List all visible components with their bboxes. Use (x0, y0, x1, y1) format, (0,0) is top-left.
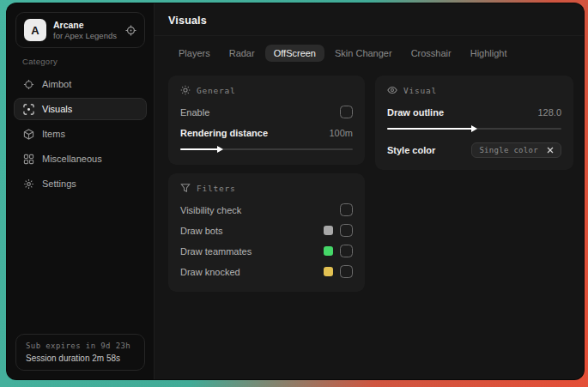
draw-knocked-row: Draw knocked (180, 263, 353, 281)
enable-row: Enable (180, 103, 353, 121)
cube-icon (23, 129, 34, 140)
slider-thumb[interactable] (471, 125, 477, 132)
visibility-check-row: Visibility check (180, 201, 353, 219)
visibility-check-label: Visibility check (180, 205, 241, 215)
tab-offscreen[interactable]: OffScreen (265, 45, 324, 62)
gear-icon (23, 178, 34, 190)
draw-bots-checkbox[interactable] (340, 224, 353, 237)
style-color-label: Style color (387, 145, 435, 155)
style-color-value: Single color (479, 146, 538, 154)
draw-teammates-label: Draw teammates (180, 246, 252, 257)
sun-icon (180, 85, 191, 95)
draw-outline-value: 128.0 (537, 107, 561, 118)
sidebar-item-label: Visuals (42, 104, 72, 114)
draw-bots-label: Draw bots (180, 226, 223, 236)
funnel-icon (180, 183, 191, 193)
slider-thumb[interactable] (217, 146, 223, 153)
draw-knocked-checkbox[interactable] (340, 265, 353, 278)
sidebar: A Arcane for Apex Legends Category (7, 3, 155, 379)
tab-skin-changer[interactable]: Skin Changer (326, 45, 401, 62)
sub-expires-text: Sub expires in 9d 23h (26, 342, 135, 350)
content: General Enable Rendering distance 100m (155, 63, 585, 292)
tab-radar[interactable]: Radar (221, 45, 264, 62)
style-color-row: Style color Single color (387, 141, 561, 159)
category-label: Category (22, 57, 154, 66)
rendering-distance-slider[interactable] (180, 145, 353, 154)
app-name: Arcane (53, 20, 118, 31)
rendering-distance-label: Rendering distance (180, 128, 268, 138)
draw-outline-label: Draw outline (387, 107, 444, 118)
main-area: Visuals Players Radar OffScreen Skin Cha… (155, 3, 585, 379)
brand-text: Arcane for Apex Legends (53, 20, 118, 41)
panel-visual: Visual Draw outline 128.0 Style color (375, 76, 573, 170)
sidebar-item-label: Settings (42, 178, 76, 189)
main-header: Visuals (155, 3, 585, 36)
brand-card: A Arcane for Apex Legends (15, 12, 145, 48)
sidebar-item-settings[interactable]: Settings (14, 172, 147, 195)
app-logo: A (24, 19, 46, 41)
tab-bar: Players Radar OffScreen Skin Changer Cro… (168, 43, 572, 63)
draw-teammates-checkbox[interactable] (340, 245, 353, 257)
enable-label: Enable (180, 107, 209, 118)
tab-players[interactable]: Players (170, 45, 219, 62)
tab-crosshair[interactable]: Crosshair (403, 45, 460, 62)
draw-outline-row: Draw outline 128.0 (387, 103, 561, 121)
panel-title: Visual (403, 86, 437, 95)
panel-filters: Filters Visibility check Draw bots (168, 173, 365, 292)
enable-checkbox[interactable] (340, 106, 353, 118)
focus-icon (23, 104, 34, 115)
sidebar-item-aimbot[interactable]: Aimbot (14, 73, 147, 95)
draw-knocked-label: Draw knocked (180, 267, 240, 277)
panel-general: General Enable Rendering distance 100m (168, 76, 365, 165)
sidebar-nav: Aimbot Visuals (7, 73, 154, 195)
crosshair-icon (23, 79, 34, 90)
rendering-distance-row: Rendering distance 100m (180, 124, 353, 142)
app-subtitle: for Apex Legends (53, 31, 118, 41)
sidebar-item-items[interactable]: Items (14, 123, 147, 145)
draw-bots-color-swatch[interactable] (324, 226, 333, 235)
draw-bots-row: Draw bots (180, 221, 353, 239)
sidebar-item-label: Items (42, 129, 65, 139)
panel-title: Filters (197, 184, 236, 193)
style-color-select[interactable]: Single color (471, 142, 561, 158)
target-icon[interactable] (125, 25, 136, 36)
close-icon[interactable] (547, 147, 554, 154)
draw-knocked-color-swatch[interactable] (324, 267, 333, 276)
subscription-info-card: Sub expires in 9d 23h Session duration 2… (15, 334, 145, 371)
sidebar-item-visuals[interactable]: Visuals (14, 98, 147, 120)
grid-icon (23, 154, 34, 165)
session-duration-text: Session duration 2m 58s (26, 354, 135, 363)
page-title: Visuals (168, 15, 572, 27)
draw-teammates-row: Draw teammates (180, 242, 353, 260)
rendering-distance-value: 100m (329, 128, 353, 138)
draw-teammates-color-swatch[interactable] (324, 246, 333, 256)
draw-outline-slider[interactable] (387, 124, 561, 133)
sidebar-item-label: Miscellaneous (42, 154, 102, 164)
sidebar-item-label: Aimbot (42, 79, 71, 89)
eye-icon (387, 85, 397, 95)
visibility-check-checkbox[interactable] (340, 203, 353, 216)
app-window: A Arcane for Apex Legends Category (6, 3, 585, 380)
sidebar-item-miscellaneous[interactable]: Miscellaneous (14, 148, 147, 170)
panel-title: General (197, 86, 236, 95)
tab-highlight[interactable]: Highlight (462, 45, 516, 62)
